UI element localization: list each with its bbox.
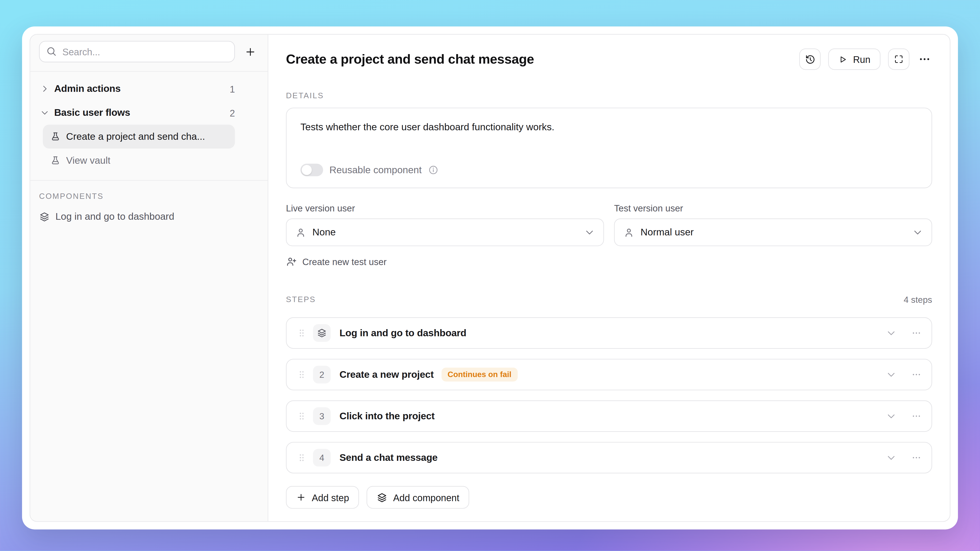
version-users: Live version user None: [286, 203, 932, 270]
create-test-user-link[interactable]: Create new test user: [286, 256, 387, 267]
drag-handle-icon[interactable]: [297, 368, 307, 381]
tree-group-basic-user-flows[interactable]: Basic user flows 2: [39, 101, 259, 125]
step-controls: [886, 328, 921, 338]
reusable-toggle-label: Reusable component: [329, 164, 422, 176]
page-header: Create a project and send chat message R…: [286, 48, 932, 70]
sidebar-item-create-project-test[interactable]: Create a project and send cha...: [43, 125, 235, 149]
plus-icon: [244, 46, 256, 57]
step-row-2[interactable]: 2 Create a new project Continues on fail: [286, 359, 932, 391]
steps-header: STEPS 4 steps: [286, 295, 932, 305]
live-version-field: Live version user None: [286, 203, 604, 270]
history-icon: [805, 54, 816, 65]
chevron-right-icon: [40, 84, 49, 93]
step-title: Send a chat message: [339, 452, 438, 464]
test-tree: Admin actions 1 Basic user flows 2: [30, 71, 267, 180]
app-panel: Admin actions 1 Basic user flows 2: [30, 34, 951, 522]
step-menu-icon[interactable]: [912, 328, 921, 338]
add-step-label: Add step: [312, 492, 349, 503]
tree-group-label: Admin actions: [54, 83, 121, 94]
tree-group-count: 2: [229, 107, 235, 118]
info-icon[interactable]: [428, 165, 438, 175]
run-button[interactable]: Run: [829, 48, 881, 70]
main-content: Create a project and send chat message R…: [268, 35, 950, 521]
app-window: Admin actions 1 Basic user flows 2: [22, 26, 958, 529]
step-row-3[interactable]: 3 Click into the project: [286, 400, 932, 432]
user-icon: [624, 227, 634, 238]
test-version-label: Test version user: [614, 203, 932, 213]
play-icon: [838, 54, 848, 64]
header-actions: Run: [800, 48, 932, 70]
continues-on-fail-badge: Continues on fail: [441, 368, 518, 381]
step-controls: [886, 453, 921, 463]
chevron-down-icon[interactable]: [886, 411, 896, 421]
chevron-down-icon: [913, 227, 923, 237]
step-controls: [886, 370, 921, 380]
step-controls: [886, 411, 921, 421]
step-menu-icon[interactable]: [912, 411, 921, 421]
step-title: Create a new project: [339, 369, 434, 380]
page-title: Create a project and send chat message: [286, 52, 534, 67]
run-label: Run: [853, 54, 870, 65]
step-title: Log in and go to dashboard: [339, 327, 466, 339]
sidebar-item-label: View vault: [66, 155, 111, 166]
search-input[interactable]: [39, 41, 235, 62]
chevron-down-icon: [584, 227, 595, 237]
test-version-value: Normal user: [641, 227, 694, 238]
expand-icon: [894, 54, 904, 64]
add-component-button[interactable]: Add component: [367, 486, 469, 509]
tree-group-admin-actions[interactable]: Admin actions 1: [39, 77, 259, 101]
details-card: Tests whether the core user dashboard fu…: [286, 108, 932, 188]
drag-handle-icon[interactable]: [297, 451, 307, 465]
layers-icon: [317, 328, 327, 338]
reusable-toggle-row: Reusable component: [300, 164, 918, 176]
step-number-badge: 2: [313, 366, 331, 383]
live-version-select[interactable]: None: [286, 219, 604, 246]
flask-icon: [50, 132, 60, 141]
chevron-down-icon[interactable]: [886, 370, 896, 380]
sidebar: Admin actions 1 Basic user flows 2: [30, 35, 268, 521]
chevron-down-icon: [40, 108, 49, 117]
search-icon: [46, 46, 57, 59]
layers-icon: [377, 492, 387, 503]
toggle-knob: [302, 165, 312, 175]
history-button[interactable]: [800, 48, 821, 70]
test-description[interactable]: Tests whether the core user dashboard fu…: [300, 121, 918, 133]
reusable-component-toggle[interactable]: [300, 164, 323, 176]
user-icon: [295, 227, 306, 238]
test-version-select[interactable]: Normal user: [614, 219, 932, 246]
drag-handle-icon[interactable]: [297, 409, 307, 423]
step-row-1[interactable]: Log in and go to dashboard: [286, 317, 932, 349]
plus-icon: [296, 492, 306, 502]
details-heading: DETAILS: [286, 91, 932, 100]
components-section: COMPONENTS Log in and go to dashboard: [30, 181, 267, 222]
new-test-button[interactable]: [241, 43, 259, 60]
user-plus-icon: [286, 256, 296, 267]
desktop-background: Admin actions 1 Basic user flows 2: [0, 0, 980, 551]
chevron-down-icon[interactable]: [886, 453, 896, 463]
more-options-button[interactable]: [917, 53, 932, 65]
create-test-user-label: Create new test user: [302, 257, 387, 267]
search-box: [39, 41, 235, 62]
ellipsis-icon: [918, 53, 931, 65]
flask-icon: [50, 156, 60, 165]
sidebar-item-view-vault[interactable]: View vault: [43, 149, 235, 173]
sidebar-item-label: Create a project and send cha...: [66, 131, 205, 142]
step-menu-icon[interactable]: [912, 370, 921, 380]
add-step-button[interactable]: Add step: [286, 486, 359, 509]
layers-icon: [39, 211, 49, 222]
steps-footer: Add step Add component: [286, 486, 932, 509]
fullscreen-button[interactable]: [888, 48, 910, 70]
live-version-label: Live version user: [286, 203, 604, 213]
step-menu-icon[interactable]: [912, 453, 921, 463]
live-version-value: None: [312, 227, 336, 238]
step-title: Click into the project: [339, 411, 435, 422]
tree-group-count: 1: [229, 84, 235, 94]
steps-heading: STEPS: [286, 295, 316, 304]
sidebar-item-component-login[interactable]: Log in and go to dashboard: [39, 211, 259, 222]
drag-handle-icon[interactable]: [297, 326, 307, 340]
add-component-label: Add component: [393, 492, 460, 503]
components-heading: COMPONENTS: [39, 192, 259, 201]
sidebar-search-row: [30, 35, 267, 71]
step-row-4[interactable]: 4 Send a chat message: [286, 442, 932, 474]
chevron-down-icon[interactable]: [886, 328, 896, 338]
